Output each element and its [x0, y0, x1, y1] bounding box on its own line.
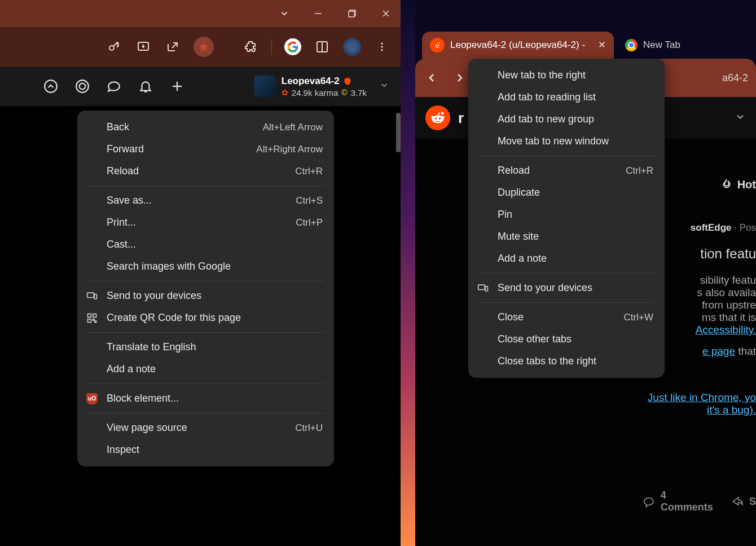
link-page[interactable]: e page [702, 345, 735, 357]
link-bug[interactable]: it's a bug). [707, 404, 756, 416]
menu-cast[interactable]: Cast... [77, 234, 334, 256]
chevron-down-icon [379, 80, 389, 93]
tab-reddit[interactable]: Leopeva64-2 (u/Leopeva64-2) - [422, 32, 614, 59]
menu-close-tab[interactable]: CloseCtrl+W [468, 306, 665, 328]
notifications-icon[interactable] [137, 77, 155, 95]
menu-pin[interactable]: Pin [468, 204, 665, 226]
close-button[interactable] [377, 5, 395, 23]
menu-add-new-group[interactable]: Add tab to new group [468, 108, 665, 130]
url-fragment: a64-2 [722, 72, 748, 84]
separator [477, 273, 656, 274]
titlebar [0, 0, 401, 27]
coin-icon[interactable] [73, 77, 91, 95]
menu-duplicate[interactable]: Duplicate [468, 182, 665, 204]
bookmark-star-icon[interactable] [194, 37, 214, 57]
browser-toolbar [0, 27, 401, 67]
reader-icon[interactable] [314, 38, 331, 55]
separator [477, 156, 656, 156]
menu-add-note-tab[interactable]: Add a note [468, 248, 665, 270]
menu-move-new-window[interactable]: Move tab to new window [468, 130, 665, 152]
svg-point-14 [76, 80, 89, 93]
menu-save-as[interactable]: Save as...Ctrl+S [77, 190, 334, 212]
comments-button[interactable]: 4 Comments S [643, 490, 756, 513]
close-icon[interactable] [598, 39, 606, 51]
svg-point-10 [381, 43, 383, 45]
svg-point-32 [439, 117, 441, 120]
comment-icon [643, 495, 655, 508]
menu-back[interactable]: BackAlt+Left Arrow [77, 116, 334, 138]
scrollbar-thumb[interactable] [396, 113, 401, 152]
ublock-icon: uO [85, 392, 99, 406]
svg-point-5 [109, 46, 114, 50]
menu-reload-tab[interactable]: ReloadCtrl+R [468, 160, 665, 182]
username: Leopeva64-2 [282, 76, 340, 87]
separator [477, 302, 656, 303]
reddit-favicon-icon [430, 38, 445, 52]
menu-qr-code[interactable]: Create QR Code for this page [77, 307, 334, 329]
svg-rect-23 [93, 319, 95, 320]
post-title[interactable]: tion featu [700, 246, 756, 262]
reddit-wordmark: r [458, 109, 464, 127]
chevron-down-icon[interactable] [735, 111, 746, 125]
svg-point-30 [432, 115, 444, 123]
svg-point-33 [441, 112, 444, 115]
link-chrome[interactable]: Just like in Chrome, yo [648, 391, 756, 403]
menu-block-element[interactable]: uO Block element... [77, 388, 334, 409]
google-icon[interactable] [284, 38, 301, 55]
sort-hot[interactable]: Hot [720, 170, 756, 199]
reddit-logo-icon[interactable] [425, 105, 450, 130]
svg-point-35 [442, 116, 445, 119]
create-post-icon[interactable] [168, 77, 186, 95]
menu-close-right[interactable]: Close tabs to the right [468, 350, 665, 372]
menu-add-note[interactable]: Add a note [77, 358, 334, 380]
svg-point-13 [45, 80, 57, 93]
separator [86, 413, 325, 413]
menu-new-tab-right[interactable]: New tab to the right [468, 64, 665, 86]
separator [271, 39, 272, 55]
back-button[interactable] [423, 69, 440, 86]
forward-button[interactable] [451, 69, 468, 86]
devices-icon [476, 281, 490, 295]
menu-inspect[interactable]: Inspect [77, 439, 334, 461]
tab-new[interactable]: New Tab [617, 32, 713, 59]
menu-search-images[interactable]: Search images with Google [77, 256, 334, 278]
svg-point-11 [381, 46, 383, 47]
fire-icon [720, 178, 733, 191]
svg-rect-21 [93, 314, 96, 317]
qr-icon [85, 311, 99, 325]
share-icon[interactable] [164, 38, 181, 55]
menu-icon[interactable] [373, 38, 390, 55]
link-accessibility[interactable]: Accessibility. [696, 324, 756, 336]
menu-reload[interactable]: ReloadCtrl+R [77, 160, 334, 182]
svg-point-15 [80, 83, 86, 90]
extensions-icon[interactable] [242, 38, 259, 55]
popular-icon[interactable] [42, 77, 60, 95]
menu-add-reading-list[interactable]: Add tab to reading list [468, 86, 665, 108]
menu-send-devices[interactable]: Send to your devices [77, 285, 334, 307]
menu-send-devices-tab[interactable]: Send to your devices [468, 277, 665, 299]
chat-icon[interactable] [105, 77, 123, 95]
menu-forward[interactable]: ForwardAlt+Right Arrow [77, 138, 334, 160]
profile-avatar[interactable] [343, 38, 361, 56]
svg-point-27 [439, 42, 440, 43]
svg-marker-7 [199, 42, 209, 52]
separator [86, 384, 325, 384]
svg-rect-24 [95, 321, 96, 323]
menu-translate[interactable]: Translate to English [77, 336, 334, 358]
reddit-header-bar: Leopeva64-2 ✿ 24.9k karma © 3.7k [0, 67, 401, 106]
svg-rect-36 [478, 285, 485, 289]
install-icon[interactable] [135, 38, 152, 55]
minimize-button[interactable] [309, 5, 327, 23]
svg-rect-2 [349, 11, 354, 17]
coin-badge-icon: © [341, 88, 347, 97]
user-menu[interactable]: Leopeva64-2 ✿ 24.9k karma © 3.7k [254, 76, 389, 98]
key-icon[interactable] [106, 38, 122, 55]
chevron-down-icon[interactable] [275, 5, 293, 23]
maximize-button[interactable] [343, 5, 361, 23]
menu-print[interactable]: Print...Ctrl+P [77, 212, 334, 234]
menu-close-other[interactable]: Close other tabs [468, 328, 665, 350]
menu-mute-site[interactable]: Mute site [468, 226, 665, 248]
shield-icon [343, 77, 352, 86]
menu-view-source[interactable]: View page sourceCtrl+U [77, 417, 334, 439]
user-avatar [254, 76, 276, 97]
